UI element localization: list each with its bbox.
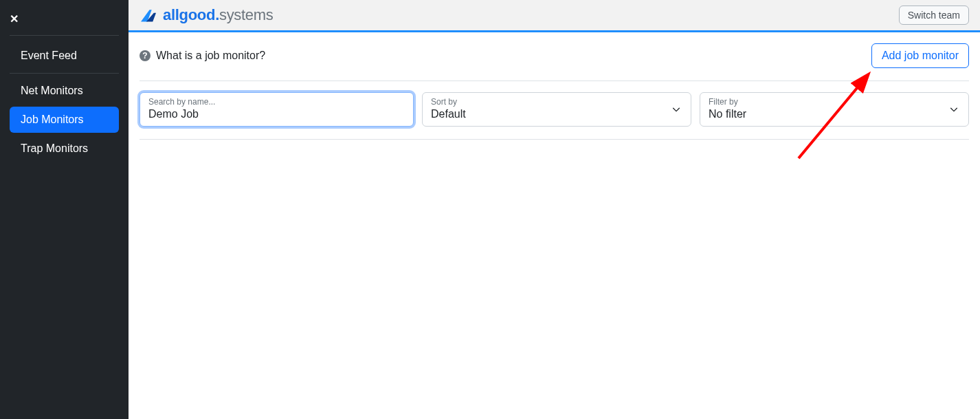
sidebar-nav-monitors: Net Monitors Job Monitors Trap Monitors xyxy=(0,78,129,162)
sidebar-item-net-monitors[interactable]: Net Monitors xyxy=(10,78,119,104)
topbar: allgood.systems Switch team xyxy=(129,0,980,30)
search-label: Search by name... xyxy=(148,97,405,107)
filter-value: No filter xyxy=(709,108,960,120)
header-divider xyxy=(140,80,969,81)
logo-icon xyxy=(140,8,157,23)
main: allgood.systems Switch team ? What is a … xyxy=(129,0,980,419)
sort-field[interactable]: Sort by Default xyxy=(422,92,691,127)
help-icon: ? xyxy=(140,50,151,61)
sidebar-item-event-feed[interactable]: Event Feed xyxy=(10,43,119,69)
brand-part2: systems xyxy=(219,6,274,23)
filter-bar: Search by name... Sort by Default Filter… xyxy=(140,92,969,127)
filter-label: Filter by xyxy=(709,97,960,107)
sidebar: ✕ Event Feed Net Monitors Job Monitors T… xyxy=(0,0,129,419)
content: ? What is a job monitor? Add job monitor… xyxy=(129,32,980,151)
switch-team-button[interactable]: Switch team xyxy=(899,6,969,25)
chevron-down-icon xyxy=(671,105,681,114)
sidebar-item-trap-monitors[interactable]: Trap Monitors xyxy=(10,136,119,162)
brand-text: allgood.systems xyxy=(163,6,274,24)
sort-label: Sort by xyxy=(431,97,682,107)
sort-value: Default xyxy=(431,108,682,120)
sidebar-item-job-monitors[interactable]: Job Monitors xyxy=(10,107,119,133)
close-icon[interactable]: ✕ xyxy=(10,13,19,25)
page-header: ? What is a job monitor? Add job monitor xyxy=(140,43,969,68)
filter-field[interactable]: Filter by No filter xyxy=(700,92,969,127)
sidebar-nav: Event Feed xyxy=(0,43,129,69)
help-text: What is a job monitor? xyxy=(156,50,265,62)
search-input[interactable] xyxy=(148,108,405,120)
results-divider xyxy=(140,139,969,140)
search-field[interactable]: Search by name... xyxy=(140,92,414,127)
add-job-monitor-button[interactable]: Add job monitor xyxy=(871,43,969,68)
brand[interactable]: allgood.systems xyxy=(140,6,274,24)
brand-part1: allgood xyxy=(163,6,215,23)
help-link[interactable]: ? What is a job monitor? xyxy=(140,50,265,62)
sidebar-divider-top xyxy=(10,35,119,36)
chevron-down-icon xyxy=(949,105,959,114)
sidebar-divider-sub xyxy=(10,73,119,74)
